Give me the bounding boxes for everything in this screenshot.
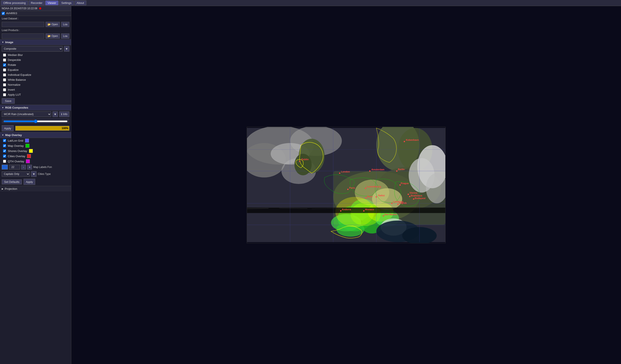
load-dataset-button[interactable]: Loa: [61, 22, 69, 27]
map-overlay-checkbox[interactable]: [3, 144, 6, 147]
composite-row: Composite ▼: [0, 45, 71, 52]
rgb-slider[interactable]: [3, 119, 68, 123]
apply-lut-label[interactable]: Apply LUT: [8, 93, 21, 96]
individual-equalize-checkbox[interactable]: [3, 73, 6, 76]
apply-lut-checkbox[interactable]: [3, 93, 6, 96]
apply2-button[interactable]: Apply: [24, 179, 35, 185]
individual-equalize-label[interactable]: Individual Equalize: [8, 73, 31, 76]
font-size-row: 22 - + Map Labels Fon: [0, 164, 71, 170]
load-dataset-input[interactable]: [2, 22, 44, 27]
svg-point-24: [350, 202, 381, 226]
load-products-row: 📂 Open Loa: [0, 33, 71, 39]
despeckle-checkbox[interactable]: [3, 59, 6, 62]
rotate-checkbox[interactable]: [3, 64, 6, 66]
median-blur-checkbox[interactable]: [3, 53, 6, 57]
font-size-input[interactable]: 22: [9, 165, 20, 169]
cities-type-label: Cities Type: [38, 172, 51, 176]
option-apply-lut: Apply LUT: [0, 92, 71, 97]
composite-select[interactable]: Composite: [2, 46, 63, 52]
white-balance-label[interactable]: White Balance: [8, 78, 26, 81]
load-products-button[interactable]: Loa: [61, 33, 69, 39]
image-section-title: Image: [5, 41, 13, 44]
apply-row: Apply 100%: [0, 124, 71, 132]
svg-point-52: [413, 199, 414, 200]
rgb-composite-select[interactable]: MCIR Rain (Uncalibrated): [2, 111, 51, 117]
equalize-label[interactable]: Equalize: [8, 68, 18, 71]
normalize-label[interactable]: Normalize: [8, 83, 20, 86]
cities-type-select[interactable]: Capitals Only All Cities: [2, 171, 30, 177]
shores-color-swatch[interactable]: [29, 149, 33, 153]
lat-lon-label[interactable]: Lat/Lon Grid: [8, 139, 23, 142]
svg-point-46: [396, 170, 397, 172]
option-median-blur: Median Blur: [0, 52, 71, 57]
menu-offline[interactable]: Offline processing: [1, 0, 28, 5]
satellite-info-bar: NOAA-19 2024/07/20 10:22:08: [0, 6, 71, 11]
lat-lon-color-swatch[interactable]: [25, 139, 29, 143]
projection-label: Projection: [5, 187, 17, 190]
map-overlay-label[interactable]: Map Overlay: [8, 144, 24, 148]
invert-checkbox[interactable]: [3, 88, 6, 91]
satellite-checkbox[interactable]: [2, 12, 5, 15]
map-overlay-color-swatch[interactable]: [25, 144, 29, 148]
qth-label[interactable]: QTH Overlay: [8, 160, 24, 163]
open-dataset-button[interactable]: 📂 Open: [46, 22, 60, 27]
svg-text:Vienna: Vienna: [410, 192, 417, 194]
map-overlay-title: Map Overlay: [5, 133, 22, 137]
rgb-info-button[interactable]: ℹ Info: [59, 111, 69, 117]
rgb-section-title: RGB Composites: [5, 106, 28, 109]
svg-text:Budapest: Budapest: [415, 197, 425, 199]
rgb-section-header[interactable]: ▼ RGB Composites: [0, 105, 71, 111]
menu-settings[interactable]: Settings: [59, 0, 74, 5]
despeckle-label[interactable]: Despeckle: [8, 58, 21, 62]
menu-recorder[interactable]: Recorder: [29, 0, 45, 5]
menu-viewer[interactable]: Viewer: [45, 0, 59, 5]
rotate-label[interactable]: Rotate: [8, 63, 16, 66]
overlay-cities: Cities Overlay: [0, 153, 71, 159]
option-invert: Invert: [0, 87, 71, 92]
cities-color-swatch[interactable]: [27, 154, 31, 158]
svg-text:Bratislava: Bratislava: [411, 194, 422, 197]
rgb-dropdown-arrow[interactable]: ▼: [52, 111, 58, 117]
save-button[interactable]: Save: [2, 98, 15, 104]
svg-point-48: [365, 188, 366, 189]
composite-dropdown-arrow[interactable]: ▼: [64, 46, 69, 52]
shores-label[interactable]: Shores Overlay: [8, 149, 27, 153]
svg-text:Zagreb: Zagreb: [399, 202, 407, 204]
load-products-input[interactable]: [2, 33, 44, 39]
qth-checkbox[interactable]: [3, 160, 6, 163]
option-white-balance: White Balance: [0, 77, 71, 82]
satellite-info-text: NOAA-19 2024/07/20 10:22:08: [2, 7, 37, 10]
font-color-swatch[interactable]: [2, 165, 8, 169]
svg-text:Berlin: Berlin: [398, 168, 404, 171]
option-individual-equalize: Individual Equalize: [0, 72, 71, 77]
menubar: Offline processing Recorder Viewer Setti…: [0, 0, 621, 6]
cities-dropdown-arrow[interactable]: ▼: [31, 171, 36, 177]
load-dataset-label: Load Dataset :: [0, 16, 71, 21]
font-size-plus-button[interactable]: +: [27, 165, 32, 169]
projection-row[interactable]: ▶ Projection: [0, 186, 71, 192]
cities-checkbox[interactable]: [3, 155, 6, 158]
image-section-header[interactable]: ▼ Image: [0, 39, 71, 45]
open-products-button[interactable]: 📂 Open: [46, 33, 60, 39]
normalize-checkbox[interactable]: [3, 83, 6, 86]
svg-point-54: [376, 196, 377, 198]
lat-lon-checkbox[interactable]: [3, 139, 6, 142]
menu-about[interactable]: About: [74, 0, 86, 5]
median-blur-label[interactable]: Median Blur: [8, 53, 23, 57]
content-area: Dublin Kobenhavn London Amsterdam Berlin…: [71, 6, 621, 364]
map-overlay-section-header[interactable]: ▼ Map Overlay: [0, 132, 71, 138]
cities-label[interactable]: Cities Overlay: [8, 155, 25, 158]
apply-button[interactable]: Apply: [2, 125, 14, 131]
option-equalize: Equalize: [0, 67, 71, 72]
svg-point-58: [363, 210, 364, 212]
svg-text:Bern: Bern: [367, 195, 373, 198]
font-size-minus-button[interactable]: -: [21, 165, 26, 169]
qth-color-swatch[interactable]: [26, 159, 30, 163]
overlay-qth: QTH Overlay: [0, 159, 71, 164]
shores-checkbox[interactable]: [3, 149, 6, 152]
invert-label[interactable]: Invert: [8, 88, 15, 91]
set-defaults-button[interactable]: Set Defaults: [2, 179, 22, 184]
white-balance-checkbox[interactable]: [3, 78, 6, 81]
equalize-checkbox[interactable]: [3, 68, 6, 71]
satellite-map-svg: Dublin Kobenhavn London Amsterdam Berlin…: [247, 127, 445, 243]
